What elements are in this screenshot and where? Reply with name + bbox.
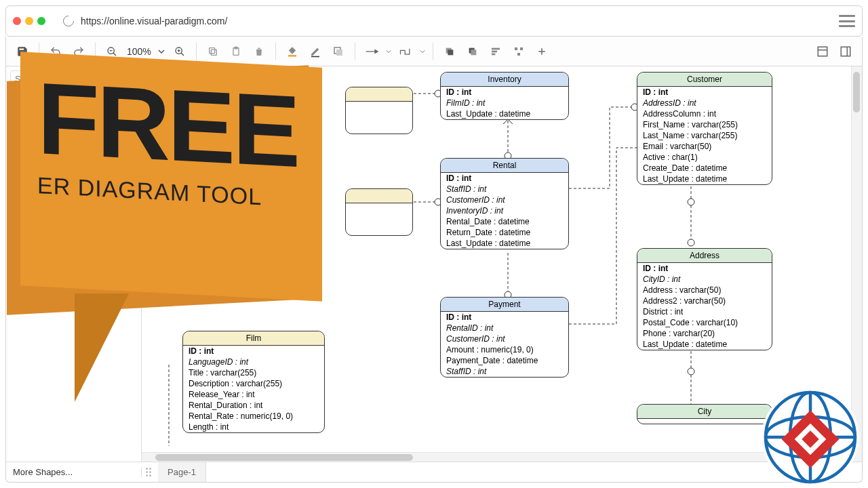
entity-column: ID : int xyxy=(637,263,772,274)
entity-column: Last_Update : datetime xyxy=(637,339,772,350)
visual-paradigm-logo-icon xyxy=(760,386,861,488)
entity-rows: ID : intCityID : intAddress : varchar(50… xyxy=(637,263,772,350)
url-text: https://online.visual-paradigm.com/ xyxy=(81,16,227,26)
shadow-button[interactable] xyxy=(328,41,349,62)
copy-button[interactable] xyxy=(202,41,224,62)
entity-column: CityID : int xyxy=(637,274,772,285)
entity-rows: ID : intAddressID : intAddressColumn : i… xyxy=(637,87,772,184)
entity-column: FilmID : int xyxy=(441,98,568,108)
svg-rect-8 xyxy=(209,47,214,53)
connector-dropdown[interactable] xyxy=(384,41,393,62)
delete-button[interactable] xyxy=(248,41,270,62)
entity-column: ID : int xyxy=(441,173,568,184)
zoom-level[interactable]: 100% xyxy=(124,46,154,57)
entity-rows: ID : intRentalID : intCustomerID : intAm… xyxy=(441,312,568,377)
window-close-icon[interactable] xyxy=(13,17,21,25)
entity-column: ID : int xyxy=(441,87,568,98)
entity-column: Payment_Date : datetime xyxy=(441,355,568,366)
entity-title: Address xyxy=(637,249,772,263)
entity-hidden-1[interactable] xyxy=(345,87,413,134)
to-front-button[interactable] xyxy=(439,41,460,62)
entity-column: CustomerID : int xyxy=(441,195,568,205)
horizontal-scrollbar[interactable] xyxy=(142,452,851,462)
paste-button[interactable] xyxy=(225,41,247,62)
entity-address[interactable]: Address ID : intCityID : intAddress : va… xyxy=(637,248,772,350)
entity-payment[interactable]: Payment ID : intRentalID : intCustomerID… xyxy=(440,297,569,378)
entity-title: City xyxy=(637,405,772,419)
status-bar: More Shapes... Page-1 xyxy=(6,462,862,482)
entity-title: Customer xyxy=(637,73,772,87)
promo-title: FREE xyxy=(37,70,298,180)
entity-inventory[interactable]: Inventory ID : intFilmID : intLast_Updat… xyxy=(440,72,569,120)
svg-rect-30 xyxy=(841,47,850,56)
svg-rect-11 xyxy=(288,55,296,56)
fill-color-button[interactable] xyxy=(281,41,303,62)
svg-point-37 xyxy=(688,199,694,205)
svg-point-40 xyxy=(688,368,694,375)
svg-rect-14 xyxy=(336,49,342,56)
entity-column: Last_Update : datetime xyxy=(441,238,568,249)
tab-page-1[interactable]: Page-1 xyxy=(158,462,206,482)
window-minimize-icon[interactable] xyxy=(25,17,33,25)
align-button[interactable] xyxy=(485,41,507,62)
entity-column: ID : int xyxy=(441,312,568,323)
more-shapes-button[interactable]: More Shapes... xyxy=(6,467,142,477)
to-back-button[interactable] xyxy=(462,41,484,62)
address-bar[interactable]: https://online.visual-paradigm.com/ xyxy=(63,16,821,26)
entity-column: CustomerID : int xyxy=(441,333,568,344)
entity-film[interactable]: Film ID : intLanguageID : intTitle : var… xyxy=(182,331,325,433)
entity-title: Rental xyxy=(441,159,568,173)
entity-column: LanguageID : int xyxy=(183,357,324,367)
entity-column: Address : varchar(50) xyxy=(637,285,772,296)
zoom-in-button[interactable] xyxy=(169,41,191,62)
entity-column: Last_Update : datetime xyxy=(441,108,568,119)
window-maximize-icon[interactable] xyxy=(37,17,45,25)
entity-column: Phone : varchar(20) xyxy=(637,328,772,339)
entity-column: StaffID : int xyxy=(441,184,568,195)
connector-style-button[interactable] xyxy=(361,41,382,62)
format-panel-button[interactable] xyxy=(835,41,856,62)
entity-column: Description : varchar(255) xyxy=(183,378,324,389)
entity-column: AddressColumn : int xyxy=(637,108,772,119)
outline-panel-button[interactable] xyxy=(812,41,833,62)
entity-column: Last_Name : varchar(255) xyxy=(637,130,772,141)
svg-rect-17 xyxy=(448,49,453,55)
entity-rental[interactable]: Rental ID : intStaffID : intCustomerID :… xyxy=(440,158,569,249)
entity-customer[interactable]: Customer ID : intAddressID : intAddressC… xyxy=(637,72,772,185)
entity-rows: ID : intLanguageID : intTitle : varchar(… xyxy=(183,346,324,432)
svg-rect-12 xyxy=(311,56,319,57)
svg-rect-25 xyxy=(517,53,520,56)
entity-column: Amount : numeric(19, 0) xyxy=(441,344,568,355)
entity-rows: ID : intFilmID : intLast_Update : dateti… xyxy=(441,87,568,119)
entity-column: Address2 : varchar(50) xyxy=(637,296,772,306)
add-button[interactable] xyxy=(531,41,553,62)
svg-line-4 xyxy=(181,53,184,56)
svg-rect-23 xyxy=(515,47,517,50)
entity-column: District : int xyxy=(637,306,772,317)
entity-title: Inventory xyxy=(441,73,568,87)
entity-column: Rental_Date : datetime xyxy=(441,216,568,227)
distribute-button[interactable] xyxy=(508,41,530,62)
entity-hidden-2[interactable] xyxy=(345,188,413,236)
entity-column: Email : varchar(50) xyxy=(637,141,772,152)
entity-column: Length : int xyxy=(183,422,324,432)
entity-city[interactable]: City xyxy=(637,404,772,424)
waypoint-dropdown[interactable] xyxy=(418,41,427,62)
entity-column: Rental_Rate : numeric(19, 0) xyxy=(183,411,324,422)
entity-column: RentalID : int xyxy=(441,323,568,333)
svg-rect-7 xyxy=(211,49,216,55)
svg-rect-21 xyxy=(492,50,497,52)
reload-icon[interactable] xyxy=(61,14,77,29)
waypoint-button[interactable] xyxy=(395,41,416,62)
menu-icon[interactable] xyxy=(839,15,855,27)
entity-column: Release_Year : int xyxy=(183,389,324,400)
line-color-button[interactable] xyxy=(304,41,326,62)
entity-column: Create_Date : datetime xyxy=(637,163,772,174)
svg-rect-22 xyxy=(492,53,495,55)
entity-rows: ID : intStaffID : intCustomerID : intInv… xyxy=(441,173,568,249)
svg-rect-24 xyxy=(520,47,523,50)
entity-column: Active : char(1) xyxy=(637,152,772,163)
grip-icon[interactable] xyxy=(146,466,154,479)
entity-column: Last_Update : datetime xyxy=(637,174,772,184)
entity-column: First_Name : varchar(255) xyxy=(637,119,772,130)
